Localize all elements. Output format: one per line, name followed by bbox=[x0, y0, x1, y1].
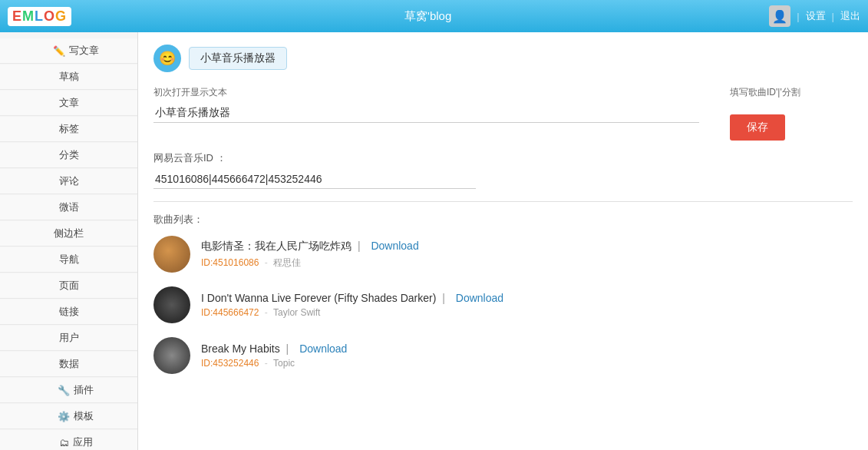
header-sep2: | bbox=[832, 11, 834, 22]
separator-3: | bbox=[286, 342, 292, 355]
download-link-3[interactable]: Download bbox=[299, 342, 347, 355]
song-name-link-1[interactable]: 电影情圣：我在人民广场吃炸鸡 bbox=[201, 240, 351, 252]
sidebar-item-microblog[interactable]: 微语 bbox=[0, 195, 137, 220]
avatar[interactable]: 👤 bbox=[769, 5, 790, 27]
song-info-1: 电影情圣：我在人民广场吃炸鸡 | Download ID:451016086 -… bbox=[201, 240, 853, 270]
header-sep: | bbox=[797, 11, 799, 22]
settings-link[interactable]: 设置 bbox=[806, 9, 826, 23]
sidebar-item-sidebar[interactable]: 侧边栏 bbox=[0, 221, 137, 247]
sidebar-item-nav[interactable]: 导航 bbox=[0, 247, 137, 273]
song-artist-3: Topic bbox=[273, 358, 295, 369]
song-item-1: 电影情圣：我在人民广场吃炸鸡 | Download ID:451016086 -… bbox=[153, 236, 853, 273]
separator-2: | bbox=[442, 292, 448, 304]
music-id-label: 网易云音乐ID ： bbox=[153, 151, 853, 165]
song-list-label: 歌曲列表： bbox=[153, 213, 853, 227]
logout-link[interactable]: 退出 bbox=[840, 9, 860, 23]
sidebar-item-user[interactable]: 用户 bbox=[0, 326, 137, 351]
form-row: 初次打开显示文本 填写歌曲ID'|'分割 保存 bbox=[153, 86, 853, 141]
song-artist-2: Taylor Swift bbox=[273, 307, 320, 318]
download-link-1[interactable]: Download bbox=[371, 240, 418, 252]
sidebar-item-category[interactable]: 分类 bbox=[0, 143, 137, 168]
write-icon: ✏️ bbox=[53, 45, 65, 57]
song-name-link-2[interactable]: I Don't Wanna Live Forever (Fifty Shades… bbox=[201, 292, 436, 304]
save-button[interactable]: 保存 bbox=[730, 114, 785, 141]
header: EMLOG 草窝'blog 👤 | 设置 | 退出 bbox=[0, 0, 868, 32]
song-id-1: ID:451016086 bbox=[201, 257, 259, 268]
song-title-1: 电影情圣：我在人民广场吃炸鸡 | Download bbox=[201, 240, 853, 253]
download-link-2[interactable]: Download bbox=[456, 292, 503, 304]
song-name-link-3[interactable]: Break My Habits bbox=[201, 342, 280, 355]
sidebar-item-app[interactable]: 🗂 应用 bbox=[0, 430, 137, 450]
sidebar: ✏️ 写文章 草稿 文章 标签 分类 评论 微语 侧边栏 导航 页面 链接 用户… bbox=[0, 32, 138, 450]
song-info-2: I Don't Wanna Live Forever (Fifty Shades… bbox=[201, 292, 853, 318]
plugin-icon: 🔧 bbox=[58, 385, 70, 396]
layout: ✏️ 写文章 草稿 文章 标签 分类 评论 微语 侧边栏 导航 页面 链接 用户… bbox=[0, 32, 868, 450]
separator-1: | bbox=[358, 240, 364, 252]
sidebar-item-write[interactable]: ✏️ 写文章 bbox=[0, 38, 137, 64]
sidebar-item-page[interactable]: 页面 bbox=[0, 273, 137, 299]
music-id-section: 网易云音乐ID ： bbox=[153, 151, 853, 189]
sidebar-item-data[interactable]: 数据 bbox=[0, 352, 137, 377]
song-meta-1: ID:451016086 - 程思佳 bbox=[201, 256, 853, 270]
sidebar-item-comment[interactable]: 评论 bbox=[0, 169, 137, 194]
sidebar-item-article[interactable]: 文章 bbox=[0, 91, 137, 116]
song-cover-3 bbox=[153, 337, 190, 374]
divider bbox=[153, 201, 853, 202]
plugin-smiley-icon: 😊 bbox=[153, 45, 181, 72]
sidebar-item-tag[interactable]: 标签 bbox=[0, 117, 137, 142]
plugin-title-button[interactable]: 小草音乐播放器 bbox=[189, 47, 287, 70]
song-artist-1: 程思佳 bbox=[273, 257, 301, 268]
song-cover-2 bbox=[153, 286, 190, 323]
song-title-2: I Don't Wanna Live Forever (Fifty Shades… bbox=[201, 292, 853, 304]
song-cover-1 bbox=[153, 236, 190, 273]
music-id-input[interactable] bbox=[153, 170, 476, 189]
initial-display-label: 初次打开显示文本 bbox=[153, 86, 699, 99]
form-left: 初次打开显示文本 bbox=[153, 86, 699, 141]
sidebar-item-plugin[interactable]: 🔧 插件 bbox=[0, 378, 137, 403]
song-info-3: Break My Habits | Download ID:453252446 … bbox=[201, 342, 853, 369]
song-id-2: ID:445666472 bbox=[201, 307, 259, 318]
initial-display-input[interactable] bbox=[153, 104, 699, 123]
song-id-3: ID:453252446 bbox=[201, 358, 259, 369]
song-meta-3: ID:453252446 - Topic bbox=[201, 358, 853, 369]
sidebar-item-link[interactable]: 链接 bbox=[0, 299, 137, 325]
app-icon: 🗂 bbox=[59, 437, 69, 448]
plugin-header: 😊 小草音乐播放器 bbox=[153, 45, 853, 72]
header-title: 草窝'blog bbox=[87, 9, 769, 24]
main-content: 😊 小草音乐播放器 初次打开显示文本 填写歌曲ID'|'分割 保存 网易云音乐I… bbox=[138, 32, 868, 450]
logo[interactable]: EMLOG bbox=[8, 7, 71, 26]
song-item-2: I Don't Wanna Live Forever (Fifty Shades… bbox=[153, 286, 853, 323]
header-right: 👤 | 设置 | 退出 bbox=[769, 5, 860, 27]
song-meta-2: ID:445666472 - Taylor Swift bbox=[201, 307, 853, 318]
sidebar-item-draft[interactable]: 草稿 bbox=[0, 65, 137, 90]
fill-id-label: 填写歌曲ID'|'分割 bbox=[730, 86, 853, 99]
template-icon: ⚙️ bbox=[58, 411, 70, 422]
sidebar-item-template[interactable]: ⚙️ 模板 bbox=[0, 404, 137, 429]
song-title-3: Break My Habits | Download bbox=[201, 342, 853, 355]
form-right: 填写歌曲ID'|'分割 保存 bbox=[730, 86, 853, 141]
song-item-3: Break My Habits | Download ID:453252446 … bbox=[153, 337, 853, 374]
